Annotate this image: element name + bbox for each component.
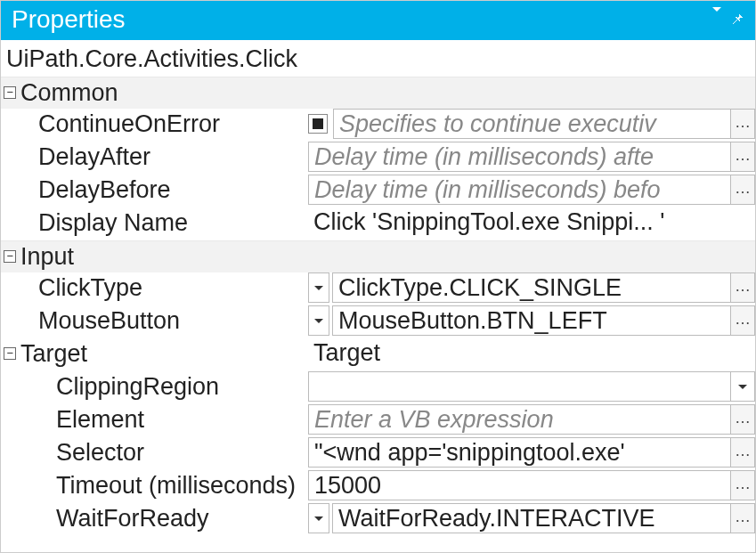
section-label: Input (20, 243, 74, 270)
label-mouse-button: MouseButton (1, 305, 308, 338)
mouse-button-dropdown[interactable] (308, 305, 329, 336)
wait-for-ready-value[interactable]: WaitForReady.INTERACTIVE (332, 503, 731, 533)
row-clipping-region: ClippingRegion (1, 371, 755, 404)
label-delay-after: DelayAfter (1, 142, 308, 175)
delay-after-input[interactable]: Delay time (in milliseconds) afte (308, 142, 731, 172)
row-wait-for-ready: WaitForReady WaitForReady.INTERACTIVE … (1, 503, 755, 536)
row-continue-on-error: ContinueOnError Specifies to continue ex… (1, 109, 755, 142)
click-type-value[interactable]: ClickType.CLICK_SINGLE (332, 272, 731, 303)
timeout-ellipsis[interactable]: … (730, 470, 755, 500)
label-delay-before: DelayBefore (1, 175, 308, 207)
display-name-value[interactable]: Click 'SnippingTool.exe Snippi... ' (308, 207, 755, 240)
row-element: Element Enter a VB expression … (1, 404, 755, 437)
row-timeout: Timeout (milliseconds) 15000 … (1, 470, 755, 503)
timeout-input[interactable]: 15000 (308, 470, 731, 500)
continue-on-error-input[interactable]: Specifies to continue executiv (333, 109, 731, 139)
section-label: Common (20, 79, 118, 106)
selector-input[interactable]: "<wnd app='snippingtool.exe' (308, 437, 731, 468)
wait-for-ready-dropdown[interactable] (308, 503, 329, 533)
clipping-region-input[interactable] (308, 371, 731, 402)
row-delay-before: DelayBefore Delay time (in milliseconds)… (1, 175, 755, 207)
row-click-type: ClickType ClickType.CLICK_SINGLE … (1, 272, 755, 305)
label-clipping-region: ClippingRegion (1, 371, 308, 404)
section-input: − Input (1, 240, 755, 272)
row-display-name: Display Name Click 'SnippingTool.exe Sni… (1, 207, 755, 240)
delay-after-ellipsis[interactable]: … (730, 142, 755, 172)
label-target: Target (1, 338, 308, 371)
continue-on-error-checkbox[interactable] (308, 114, 328, 134)
row-mouse-button: MouseButton MouseButton.BTN_LEFT … (1, 305, 755, 338)
collapse-toggle-target[interactable]: − (4, 347, 16, 360)
clipping-region-dropdown[interactable] (730, 371, 755, 402)
collapse-toggle-input[interactable]: − (4, 250, 16, 263)
target-value[interactable]: Target (308, 338, 755, 371)
panel-title: Properties (12, 5, 126, 34)
click-type-ellipsis[interactable]: … (730, 272, 755, 303)
section-common: − Common (1, 77, 755, 109)
collapse-toggle-common[interactable]: − (4, 86, 16, 99)
mouse-button-value[interactable]: MouseButton.BTN_LEFT (332, 305, 731, 336)
selector-ellipsis[interactable]: … (730, 437, 755, 468)
element-input[interactable]: Enter a VB expression (308, 404, 731, 435)
row-selector: Selector "<wnd app='snippingtool.exe' … (1, 437, 755, 470)
label-click-type: ClickType (1, 272, 308, 305)
wait-for-ready-ellipsis[interactable]: … (730, 503, 755, 533)
label-continue-on-error: ContinueOnError (1, 109, 308, 142)
label-wait-for-ready: WaitForReady (1, 503, 308, 536)
panel-titlebar: Properties 📌︎ (1, 1, 755, 40)
dropdown-icon[interactable] (712, 12, 721, 28)
element-ellipsis[interactable]: … (730, 404, 755, 435)
continue-on-error-ellipsis[interactable]: … (730, 109, 755, 139)
row-delay-after: DelayAfter Delay time (in milliseconds) … (1, 142, 755, 175)
activity-type: UiPath.Core.Activities.Click (1, 40, 755, 77)
mouse-button-ellipsis[interactable]: … (730, 305, 755, 336)
label-selector: Selector (1, 437, 308, 470)
label-timeout: Timeout (milliseconds) (1, 470, 308, 503)
click-type-dropdown[interactable] (308, 272, 329, 303)
label-element: Element (1, 404, 308, 437)
label-display-name: Display Name (1, 207, 308, 240)
delay-before-ellipsis[interactable]: … (730, 175, 755, 205)
pin-icon[interactable]: 📌︎ (730, 12, 744, 28)
row-target: − Target Target (1, 338, 755, 371)
delay-before-input[interactable]: Delay time (in milliseconds) befo (308, 175, 731, 205)
